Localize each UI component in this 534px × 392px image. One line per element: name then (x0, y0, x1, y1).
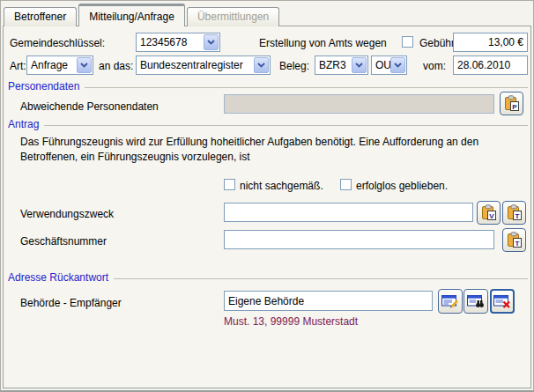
an-das-label: an das: (99, 60, 133, 72)
section-title: Personendaten (8, 80, 79, 92)
tab-uebermittlungen: Übermittlungen (187, 7, 279, 26)
abweichende-personendaten-label: Abweichende Personendaten (20, 100, 159, 113)
address-delete-icon (493, 293, 511, 309)
an-das-combobox[interactable]: Bundeszentralregister (136, 55, 271, 75)
form-window: Betroffener Mitteilung/Anfrage Übermittl… (0, 0, 534, 392)
personendaten-section-header: Personendaten (8, 80, 528, 92)
tab-bar: Betroffener Mitteilung/Anfrage Übermittl… (4, 4, 281, 26)
chevron-down-icon[interactable] (254, 57, 269, 73)
chevron-down-icon[interactable] (204, 34, 219, 50)
svg-text:T: T (515, 240, 520, 248)
behoerde-empfaenger-label: Behörde - Empfänger (20, 297, 122, 309)
erfolglos-geblieben-label: erfolglos geblieben. (356, 180, 448, 192)
address-search-binoculars-icon (467, 293, 485, 309)
section-divider (44, 125, 528, 126)
section-title: Adresse Rückantwort (8, 271, 108, 284)
vom-label: vom: (423, 60, 446, 72)
address-delete-button[interactable] (490, 289, 515, 314)
address-search-button[interactable] (464, 289, 488, 314)
section-divider (85, 87, 528, 88)
verwendungszweck-text-clipboard-button[interactable]: T (502, 201, 526, 225)
chevron-down-icon[interactable] (352, 57, 367, 73)
verwendungszweck-clipboard-button[interactable]: V (477, 201, 501, 225)
beleg-label: Beleg: (279, 60, 309, 72)
gemeindeschluessel-combobox[interactable]: 12345678 (136, 33, 220, 52)
gebuehr-label: Gebühr: (419, 37, 457, 49)
art-label: Art: (10, 60, 26, 72)
antrag-section-header: Antrag (8, 118, 528, 130)
gemeindeschluessel-label: Gemeindeschlüssel: (10, 37, 105, 49)
chevron-down-icon[interactable] (390, 57, 405, 73)
chevron-down-icon[interactable] (77, 57, 92, 73)
abweichende-personendaten-field (224, 94, 494, 114)
nicht-sachgemaess-label: nicht sachgemäß. (240, 180, 323, 192)
amts-wegen-label: Erstellung von Amts wegen (259, 37, 387, 49)
art-combobox[interactable]: Anfrage (26, 55, 93, 75)
geschaeftsnummer-field[interactable] (224, 230, 494, 249)
verwendungszweck-field[interactable] (224, 203, 473, 222)
personendaten-clipboard-button[interactable]: P (500, 92, 523, 115)
behoerde-empfaenger-field[interactable] (224, 291, 433, 311)
tab-mitteilung-anfrage[interactable]: Mitteilung/Anfrage (78, 4, 185, 26)
tab-betroffener[interactable]: Betroffener (4, 7, 77, 26)
section-title: Antrag (8, 118, 39, 130)
geschaeftsnummer-label: Geschäftsnummer (20, 235, 107, 248)
adresse-rueckantwort-section-header: Adresse Rückantwort (8, 271, 528, 284)
gebuehr-field[interactable] (453, 33, 528, 52)
address-edit-button[interactable] (438, 289, 463, 314)
section-divider (114, 278, 528, 279)
clipboard-p-icon: P (503, 95, 520, 112)
nicht-sachgemaess-checkbox[interactable] (224, 179, 235, 190)
beleg-combobox[interactable]: BZR3 (315, 55, 368, 75)
verwendungszweck-label: Verwendungszweck (20, 208, 114, 220)
clipboard-t-icon: T (506, 232, 523, 248)
svg-text:P: P (512, 103, 517, 111)
behoerde-address-hint: Must. 13, 99999 Musterstadt (224, 315, 358, 328)
beleg-ou-combobox[interactable]: OU (371, 55, 407, 75)
amts-wegen-checkbox[interactable] (402, 36, 413, 48)
an-das-value: Bundeszentralregister (140, 59, 270, 71)
address-edit-icon (441, 293, 459, 309)
vom-field[interactable] (453, 55, 528, 75)
svg-text:T: T (515, 212, 520, 220)
svg-text:V: V (489, 212, 494, 220)
clipboard-v-icon: V (480, 204, 497, 221)
antrag-text: Das Führungszeugnis wird zur Erfüllung h… (20, 135, 530, 165)
clipboard-t-icon: T (506, 204, 523, 221)
geschaeftsnummer-clipboard-button[interactable]: T (502, 228, 526, 252)
erfolglos-geblieben-checkbox[interactable] (340, 179, 352, 190)
